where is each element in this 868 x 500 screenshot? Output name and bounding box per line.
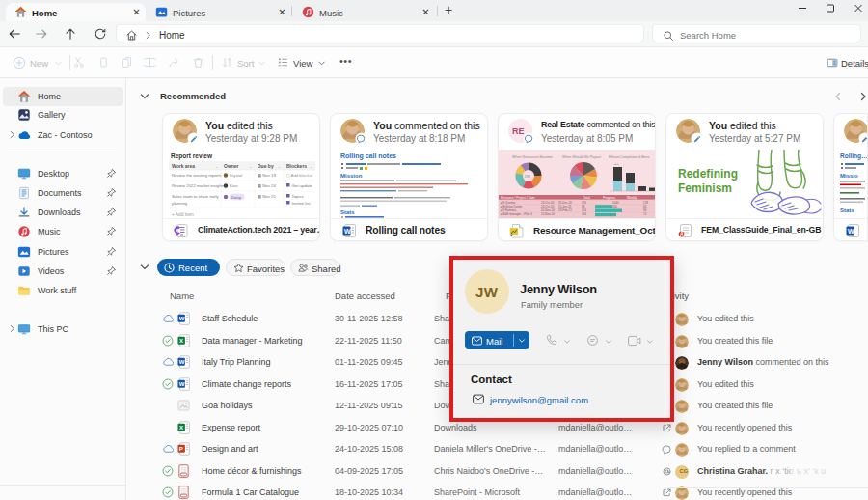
svg-text:Get update: Get update [292, 183, 313, 188]
svg-text:Krystal: Krystal [230, 173, 242, 178]
svg-text:Efficient Compilation & Mena: Efficient Compilation & Mena [609, 155, 649, 159]
svg-text:▦ Nov 19: ▦ Nov 19 [258, 173, 276, 178]
svg-text:Mission: Mission [340, 173, 363, 179]
svg-text:Invitee list: Invitee list [292, 201, 312, 206]
svg-text:W: W [179, 316, 185, 321]
svg-text:▪▪ ▪: ▪▪ ▪ [614, 162, 618, 166]
svg-text:▦ Nov 24: ▦ Nov 24 [258, 183, 276, 188]
svg-text:Review the existing reports: Review the existing reports [172, 173, 222, 178]
svg-text:W: W [344, 228, 351, 235]
svg-text:Weekly: Weekly [627, 196, 637, 200]
svg-text:X: X [179, 425, 183, 431]
svg-text:⌄: ⌄ [215, 164, 218, 169]
svg-text:X: X [179, 338, 183, 344]
svg-text:A: A [680, 231, 684, 236]
svg-text:planning: planning [172, 201, 188, 206]
svg-text:⌄: ⌄ [249, 164, 252, 169]
svg-text:Kian: Kian [230, 183, 238, 188]
svg-text:W: W [848, 228, 854, 235]
svg-text:Missio: Missio [840, 173, 858, 179]
svg-text:400: 400 [612, 205, 617, 208]
svg-text:Resource / Project / Date: Resource / Project / Date [501, 196, 535, 200]
svg-text:P: P [179, 446, 183, 452]
svg-text:▸ B&B manager – Plan 3: ▸ B&B manager – Plan 3 [501, 212, 532, 216]
svg-text:198: 198 [525, 175, 530, 179]
svg-text:163: 163 [582, 212, 586, 216]
svg-text:Sales team to share early: Sales team to share early [172, 194, 220, 199]
svg-text:+ Add item: + Add item [172, 212, 194, 217]
svg-text:When Should We Payout: When Should We Payout [562, 155, 601, 159]
svg-text:Due by: Due by [258, 163, 274, 169]
svg-text:⌄: ⌄ [278, 164, 281, 169]
svg-text:Work area: Work area [172, 163, 195, 169]
svg-text:▦ Nov 25: ▦ Nov 25 [258, 194, 276, 199]
svg-text:Progress: Progress [603, 196, 615, 200]
svg-text:Blockers: Blockers [286, 163, 307, 169]
svg-text:Total: Total [583, 196, 590, 200]
svg-text:Owner: Owner [224, 163, 239, 169]
svg-text:Topics: Topics [292, 194, 304, 199]
svg-text:Stats: Stats [340, 209, 355, 215]
svg-text:Daisy: Daisy [231, 195, 243, 200]
svg-text:When Resources Become: When Resources Become [512, 155, 553, 159]
svg-text:72: 72 [643, 212, 647, 216]
svg-text:W: W [179, 359, 185, 365]
svg-text:⌄: ⌄ [310, 164, 312, 169]
svg-text:Stats: Stats [840, 208, 854, 213]
svg-text:28-Feb-21: 28-Feb-21 [558, 208, 572, 212]
svg-text:15-Nov-20: 15-Nov-20 [541, 212, 555, 216]
svg-text:◻ Add blocker: ◻ Add blocker [286, 173, 313, 178]
svg-text:Review 2022 market insights: Review 2022 market insights [172, 183, 225, 188]
svg-text:W: W [179, 381, 185, 387]
